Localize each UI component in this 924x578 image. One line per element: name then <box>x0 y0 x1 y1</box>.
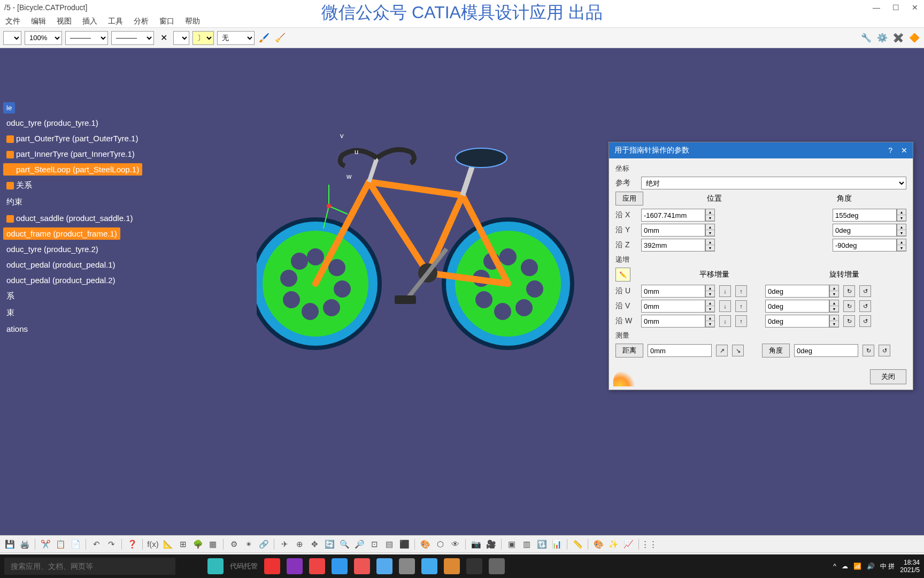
task-app-4[interactable] <box>354 558 370 574</box>
task-app-3[interactable] <box>332 558 348 574</box>
rot-neg-2[interactable]: ↻ <box>843 315 855 327</box>
tree-item-10[interactable]: oduct_pedal (product_pedal.2) <box>3 274 118 286</box>
menu-tools[interactable]: 工具 <box>106 16 125 27</box>
angle-input[interactable] <box>794 344 858 357</box>
tool-icon-2[interactable]: ⚙️ <box>876 32 889 44</box>
link-icon[interactable]: 🔗 <box>257 538 270 551</box>
fx-icon[interactable]: f(x) <box>147 538 159 551</box>
ref-select[interactable]: 绝对 <box>641 177 906 189</box>
task-app-9[interactable] <box>466 558 482 574</box>
tree-item-8[interactable]: oduc_tyre (produc_tyre.2) <box>3 243 102 255</box>
redo-icon[interactable]: ↷ <box>105 538 118 551</box>
task-app-5[interactable] <box>376 558 392 574</box>
zoom-select[interactable]: 100% <box>25 31 62 45</box>
trans-neg-0[interactable]: ↓ <box>719 285 731 297</box>
menu-edit[interactable]: 编辑 <box>29 16 48 27</box>
grid2-icon[interactable]: ⋮⋮ <box>643 538 656 551</box>
print-icon[interactable]: 🖨️ <box>18 538 31 551</box>
zoom-out-icon[interactable]: 🔎 <box>353 538 366 551</box>
clear-icon[interactable]: ✕ <box>157 32 170 44</box>
ang-input-2[interactable] <box>833 239 897 252</box>
measure-icon[interactable]: 📏 <box>571 538 584 551</box>
tray-wifi-icon[interactable]: 📶 <box>853 562 861 570</box>
trans-neg-2[interactable]: ↓ <box>719 315 731 327</box>
tool-icon-1[interactable]: 🔧 <box>860 32 873 44</box>
spinner[interactable]: ▲▼ <box>829 285 839 298</box>
apply-button[interactable]: 应用 <box>615 192 643 206</box>
spinner[interactable]: ▲▼ <box>705 209 715 222</box>
spinner[interactable]: ▲▼ <box>705 300 715 313</box>
iso-icon[interactable]: ⬛ <box>398 538 411 551</box>
tree-item-1[interactable]: part_OuterTyre (part_OuterTyre.1) <box>3 132 141 144</box>
props-icon[interactable]: 📊 <box>550 538 563 551</box>
menu-window[interactable]: 窗口 <box>157 16 176 27</box>
task-app-2[interactable] <box>309 558 325 574</box>
task-app-6[interactable] <box>399 558 415 574</box>
tree-item-13[interactable]: ations <box>3 323 31 335</box>
tree-icon[interactable]: 🌳 <box>191 538 204 551</box>
taskbar-search[interactable] <box>4 558 175 575</box>
tool-icon-4[interactable]: 🔶 <box>908 32 921 44</box>
undo-icon[interactable]: ↶ <box>90 538 103 551</box>
dist-tool-1[interactable]: ↗ <box>716 345 728 356</box>
tree-item-9[interactable]: oduct_pedal (product_pedal.1) <box>3 258 118 271</box>
explode-icon[interactable]: ✴ <box>242 538 255 551</box>
trans-pos-2[interactable]: ↑ <box>735 315 747 327</box>
tool-icon-3[interactable]: ✖️ <box>892 32 905 44</box>
distance-button[interactable]: 距离 <box>615 344 643 358</box>
copy-icon[interactable]: 📋 <box>54 538 67 551</box>
tree-item-5[interactable]: 约束 <box>3 195 26 209</box>
rot-input-1[interactable] <box>765 300 829 313</box>
paint-icon[interactable]: 🖌️ <box>258 32 271 44</box>
tree-item-7[interactable]: oduct_frame (product_frame.1) <box>3 227 120 240</box>
assembly-icon[interactable]: ⚙ <box>227 538 240 551</box>
tree-item-6[interactable]: oduct_saddle (product_saddle.1) <box>3 212 136 224</box>
color-select[interactable]: 〕 <box>192 31 214 45</box>
analysis-icon[interactable]: 📈 <box>622 538 635 551</box>
minimize-button[interactable]: — <box>872 3 881 12</box>
help-icon[interactable]: ❓ <box>126 538 138 551</box>
ang-input-1[interactable] <box>833 224 897 237</box>
menu-analyze[interactable]: 分析 <box>132 16 151 27</box>
spinner[interactable]: ▲▼ <box>829 315 839 328</box>
task-app-catia[interactable] <box>489 558 505 574</box>
menu-insert[interactable]: 插入 <box>80 16 99 27</box>
point-select[interactable] <box>173 31 189 45</box>
zoom-in-icon[interactable]: 🔍 <box>338 538 351 551</box>
tray-sound-icon[interactable]: 🔊 <box>867 562 875 570</box>
swap-icon[interactable]: 🔃 <box>535 538 548 551</box>
layer-icon[interactable]: ▣ <box>505 538 518 551</box>
angle-button[interactable]: 角度 <box>762 344 790 358</box>
wire-icon[interactable]: ⬡ <box>434 538 446 551</box>
rot-pos-2[interactable]: ↺ <box>859 315 871 327</box>
design-icon[interactable]: 📐 <box>161 538 174 551</box>
cut-icon[interactable]: ✂️ <box>39 538 52 551</box>
trans-pos-0[interactable]: ↑ <box>735 285 747 297</box>
trans-neg-1[interactable]: ↓ <box>719 300 731 312</box>
task-app-1[interactable] <box>264 558 280 574</box>
spinner[interactable]: ▲▼ <box>705 285 715 298</box>
ang-tool-2[interactable]: ↺ <box>879 345 890 356</box>
brush-icon[interactable]: 🧹 <box>274 32 287 44</box>
spinner[interactable]: ▲▼ <box>897 239 906 252</box>
trans-input-1[interactable] <box>641 300 705 313</box>
tree-item-3[interactable]: part_SteelLoop (part_SteelLoop.1) <box>3 163 142 176</box>
video-icon[interactable]: 🎥 <box>484 538 497 551</box>
task-app-8[interactable] <box>444 558 460 574</box>
fit-icon[interactable]: ⊕ <box>293 538 306 551</box>
tree-item-4[interactable]: 关系 <box>3 179 35 192</box>
material-icon[interactable]: 🎨 <box>592 538 605 551</box>
trans-input-2[interactable] <box>641 315 705 328</box>
fly-icon[interactable]: ✈ <box>278 538 291 551</box>
line-style-select[interactable]: ——— <box>65 31 108 45</box>
spinner[interactable]: ▲▼ <box>829 300 839 313</box>
dialog-help-button[interactable]: ? <box>888 146 892 155</box>
maximize-button[interactable]: ☐ <box>891 3 900 12</box>
render-icon[interactable]: ✨ <box>607 538 620 551</box>
rot-neg-1[interactable]: ↻ <box>843 300 855 312</box>
distance-input[interactable] <box>648 344 712 357</box>
menu-file[interactable]: 文件 <box>3 16 22 27</box>
tray-up-icon[interactable]: ^ <box>833 562 836 570</box>
spinner[interactable]: ▲▼ <box>705 224 715 237</box>
close-button[interactable]: ✕ <box>910 3 920 12</box>
